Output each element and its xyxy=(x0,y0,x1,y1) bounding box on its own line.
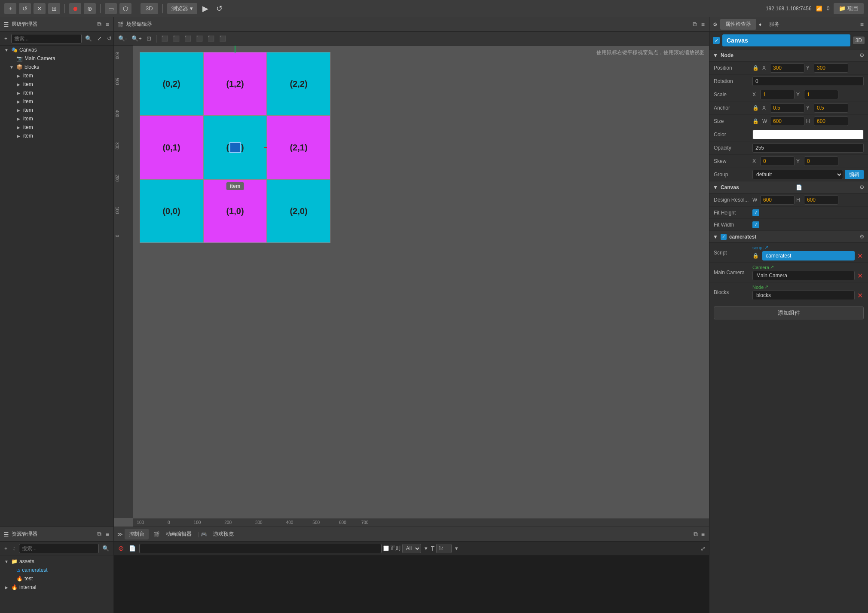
tree-item-6[interactable]: ▶ item xyxy=(0,123,113,132)
console-tab-preview[interactable]: 游戏预览 xyxy=(209,529,238,539)
script-lock[interactable]: 🔒 xyxy=(752,253,759,259)
scale-y-input[interactable] xyxy=(804,90,838,99)
blocks-input[interactable] xyxy=(752,291,855,300)
rotation-input[interactable] xyxy=(752,77,864,86)
align-right-btn[interactable]: ⬛ xyxy=(183,34,193,43)
canvas-section-header[interactable]: ▼ Canvas 📄 ⚙ xyxy=(709,181,868,193)
cameratest-enabled[interactable]: ✓ xyxy=(721,234,727,240)
camera-type-link[interactable]: Camera ↗ xyxy=(752,264,864,270)
tree-item-1[interactable]: ▶ item xyxy=(0,80,113,89)
canvas-name-input[interactable] xyxy=(722,34,850,46)
tree-item-0[interactable]: ▶ item xyxy=(0,71,113,80)
zoom-in-btn[interactable]: 🔍+ xyxy=(130,34,144,43)
reload-btn[interactable]: ↺ xyxy=(214,4,225,13)
rect-btn[interactable]: ▭ xyxy=(105,3,117,14)
scene-menu-btn[interactable]: ≡ xyxy=(700,20,706,29)
script-value-input[interactable] xyxy=(762,251,855,261)
project-btn[interactable]: 📁 项目 xyxy=(834,3,864,14)
add-node-btn[interactable]: + xyxy=(3,34,9,43)
fit-height-checkbox[interactable]: ✓ xyxy=(752,209,759,216)
tree-item-5[interactable]: ▶ item xyxy=(0,114,113,123)
size-h-input[interactable] xyxy=(814,116,848,126)
design-w-input[interactable] xyxy=(760,195,795,205)
canvas-gear-icon[interactable]: ⚙ xyxy=(859,184,865,190)
scene-viewport[interactable]: (0,2) (1,2) (2,2) (0,1) xyxy=(135,50,333,252)
assets-root[interactable]: ▼ 📁 assets xyxy=(0,557,113,566)
circle-btn[interactable]: ⬡ xyxy=(119,3,131,14)
canvas-enabled-checkbox[interactable]: ✓ xyxy=(713,37,720,44)
align-center-btn[interactable]: ⬛ xyxy=(171,34,181,43)
opacity-input[interactable] xyxy=(752,143,864,153)
record-btn[interactable]: ⏺ xyxy=(69,3,81,14)
3d-toggle-btn[interactable]: 3D xyxy=(141,3,158,14)
layout-btn[interactable]: ⊞ xyxy=(48,3,60,14)
group-select[interactable]: default xyxy=(752,170,843,179)
color-swatch[interactable] xyxy=(752,130,864,139)
anchor-y-input[interactable] xyxy=(814,103,848,113)
tree-canvas[interactable]: ▼ 🎭 Canvas xyxy=(0,46,113,54)
refresh-btn[interactable]: ↺ xyxy=(19,3,31,14)
scene-copy-btn[interactable]: ⧉ xyxy=(692,20,698,29)
browser-btn[interactable]: 浏览器 ▾ xyxy=(167,3,197,14)
cameratest-section-header[interactable]: ▼ ✓ cameratest ⚙ xyxy=(709,231,868,243)
tree-main-camera[interactable]: 📷 Main Camera xyxy=(0,54,113,63)
inspector-menu-btn[interactable]: ≡ xyxy=(859,20,865,29)
zoom-out-btn[interactable]: 🔍- xyxy=(116,34,128,43)
script-del-btn[interactable]: ✕ xyxy=(856,252,864,260)
assets-copy-btn[interactable]: ⧉ xyxy=(96,530,102,539)
tab-inspector[interactable]: 属性检查器 xyxy=(720,19,756,30)
grid-btn[interactable]: ⊕ xyxy=(84,3,96,14)
add-btn[interactable]: + xyxy=(4,3,16,14)
design-h-input[interactable] xyxy=(804,195,838,205)
tree-item-4[interactable]: ▶ item xyxy=(0,106,113,114)
camera-del-btn[interactable]: ✕ xyxy=(856,272,864,280)
tree-item-2[interactable]: ▶ item xyxy=(0,89,113,97)
assets-menu-btn[interactable]: ≡ xyxy=(105,530,110,539)
font-size-input[interactable] xyxy=(436,544,452,553)
hierarchy-copy-btn[interactable]: ⧉ xyxy=(96,20,102,29)
node-gear-icon[interactable]: ⚙ xyxy=(859,52,865,58)
tree-item-7[interactable]: ▶ item xyxy=(0,132,113,140)
node-section-header[interactable]: ▼ Node ⚙ xyxy=(709,49,868,61)
cameratest-gear-icon[interactable]: ⚙ xyxy=(859,233,865,240)
anchor-lock[interactable]: 🔒 xyxy=(752,105,759,111)
fit-width-checkbox[interactable]: ✓ xyxy=(752,221,759,228)
cameratest-item[interactable]: ts cameratest xyxy=(0,566,113,574)
tree-item-3[interactable]: ▶ item xyxy=(0,97,113,106)
skew-x-input[interactable] xyxy=(760,156,795,166)
group-edit-btn[interactable]: 编辑 xyxy=(845,170,864,179)
log-level-select[interactable]: All xyxy=(402,544,421,553)
internal-item[interactable]: ▶ 🔥 internal xyxy=(0,583,113,592)
test-item[interactable]: 🔥 test xyxy=(0,574,113,583)
close-btn[interactable]: ✕ xyxy=(34,3,46,14)
search-icon-btn[interactable]: 🔍 xyxy=(83,34,94,43)
script-type-link[interactable]: script ↗ xyxy=(752,245,864,250)
blocks-del-btn[interactable]: ✕ xyxy=(856,291,864,300)
scale-x-input[interactable] xyxy=(760,90,795,99)
assets-search-icon[interactable]: 🔍 xyxy=(101,544,111,552)
skew-y-input[interactable] xyxy=(804,156,838,166)
clear-btn[interactable]: ⊘ xyxy=(116,543,125,553)
console-search-input[interactable] xyxy=(139,544,382,553)
sort-btn[interactable]: ↕ xyxy=(11,544,18,552)
zoom-fit-btn[interactable]: ⊡ xyxy=(145,34,153,43)
hierarchy-menu-btn[interactable]: ≡ xyxy=(105,20,110,29)
anchor-x-input[interactable] xyxy=(770,103,804,113)
add-asset-btn[interactable]: + xyxy=(3,544,9,552)
position-lock[interactable]: 🔒 xyxy=(752,65,759,71)
console-menu-btn[interactable]: ≡ xyxy=(700,530,706,539)
console-tab-console[interactable]: 控制台 xyxy=(125,529,149,539)
align-bottom-btn[interactable]: ⬛ xyxy=(217,34,228,43)
tab-service[interactable]: 服务 xyxy=(764,19,785,30)
font-size-arrow[interactable]: ▾ xyxy=(453,544,460,552)
hierarchy-search[interactable] xyxy=(11,34,82,43)
scene-canvas-container[interactable]: 使用鼠标右键平移视窗焦点，使用滚轮缩放视图 600 500 400 300 xyxy=(114,46,709,527)
console-tab-animation[interactable]: 动画编辑器 xyxy=(162,529,196,539)
align-left-btn[interactable]: ⬛ xyxy=(159,34,170,43)
position-y-input[interactable] xyxy=(814,63,848,73)
main-camera-input[interactable] xyxy=(752,271,855,280)
console-collapse-btn[interactable]: ⤢ xyxy=(700,544,706,553)
align-top-btn[interactable]: ⬛ xyxy=(194,34,205,43)
play-btn[interactable]: ▶ xyxy=(200,4,211,13)
add-component-btn[interactable]: 添加组件 xyxy=(714,306,864,319)
